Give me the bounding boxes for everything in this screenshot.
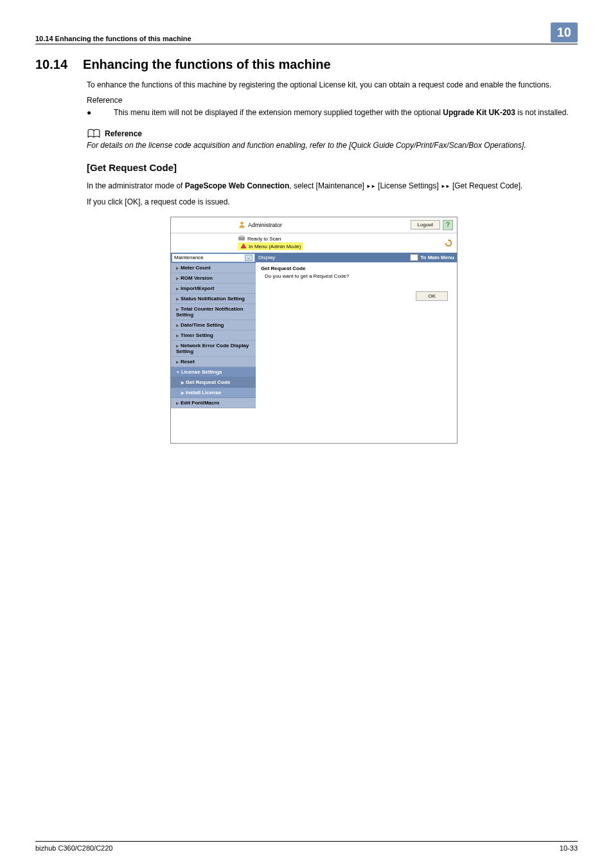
sidebar-item-reset[interactable]: ▶Reset: [171, 357, 256, 367]
sidebar-item-install[interactable]: ▶Install License: [171, 388, 256, 398]
section-heading: Enhancing the functions of this machine: [83, 57, 331, 72]
maintenance-dropdown[interactable]: Maintenance ⌄: [172, 253, 255, 262]
sidebar-item-rom[interactable]: ▶ROM Version: [171, 273, 256, 284]
bullet-item: ● This menu item will not be displayed i…: [87, 107, 578, 118]
status-in-menu: In Menu (Admin Mode): [238, 242, 303, 250]
reference-box-text: For details on the license code acquisit…: [87, 140, 578, 151]
display-button[interactable]: Display: [258, 255, 275, 260]
bullet-suffix: is not installed.: [515, 108, 569, 117]
sidebar-item-get-request[interactable]: ▶Get Request Code: [171, 377, 256, 388]
ss-sidebar: Maintenance ⌄ ▶Meter Count ▶ROM Version …: [171, 253, 256, 420]
section-intro-text: To enhance the functions of this machine…: [87, 80, 578, 91]
ss-topbar: Administrator Logout ?: [171, 217, 457, 233]
chapter-number-badge: 10: [551, 23, 578, 42]
ss-blank-area: [171, 420, 457, 443]
to-main-menu-button[interactable]: To Main Menu: [410, 254, 454, 261]
printer-icon: [238, 235, 245, 242]
chevron-down-icon: ⌄: [245, 255, 253, 261]
sidebar-item-total-counter[interactable]: ▶Total Counter Notification Setting: [171, 304, 256, 320]
reference-box-label: Reference: [105, 129, 142, 138]
sidebar-item-timer[interactable]: ▶Timer Setting: [171, 330, 256, 341]
bullet-text: This menu item will not be displayed if …: [114, 107, 569, 118]
footer-page-number: 10-33: [560, 844, 578, 852]
subsection-instruction-2: If you click [OK], a request code is iss…: [87, 197, 578, 208]
section-number: 10.14: [35, 57, 67, 72]
warning-icon: [240, 243, 247, 249]
page-header: 10.14 Enhancing the functions of this ma…: [35, 23, 578, 44]
menu-icon: [410, 254, 418, 261]
sidebar-item-edit-font[interactable]: ▶Edit Font/Macro: [171, 398, 256, 408]
svg-rect-2: [240, 235, 244, 237]
sidebar-item-datetime[interactable]: ▶Date/Time Setting: [171, 320, 256, 330]
section-title-row: 10.14 Enhancing the functions of this ma…: [35, 57, 578, 72]
refresh-icon[interactable]: [444, 239, 453, 248]
help-icon[interactable]: ?: [443, 220, 453, 230]
svg-point-0: [240, 222, 244, 225]
subsection-title: [Get Request Code]: [87, 162, 578, 173]
reference-callout: Reference For details on the license cod…: [87, 129, 578, 151]
header-left-text: 10.14 Enhancing the functions of this ma…: [35, 35, 191, 42]
status-ready: Ready to Scan: [238, 235, 303, 242]
sidebar-item-import[interactable]: ▶Import/Export: [171, 284, 256, 294]
bullet-marker: ●: [87, 107, 114, 118]
logout-button[interactable]: Logout: [411, 220, 440, 230]
footer-model: bizhub C360/C280/C220: [35, 844, 112, 852]
bullet-prefix: This menu item will not be displayed if …: [114, 108, 443, 117]
book-icon: [87, 129, 101, 139]
ss-admin-label: Administrator: [238, 221, 282, 229]
content-title: Get Request Code: [261, 266, 452, 271]
sidebar-item-neterror[interactable]: ▶Network Error Code Display Setting: [171, 341, 256, 357]
bullet-bold: Upgrade Kit UK-203: [443, 108, 515, 117]
ss-content: Display To Main Menu Get Request Code Do…: [256, 253, 457, 420]
ok-button[interactable]: OK: [416, 291, 448, 301]
page-footer: bizhub C360/C280/C220 10-33: [35, 841, 578, 852]
ss-statusbar: Ready to Scan In Menu (Admin Mode): [171, 233, 457, 253]
sidebar-item-status-notif[interactable]: ▶Status Notification Setting: [171, 294, 256, 304]
sidebar-item-meter[interactable]: ▶Meter Count: [171, 263, 256, 273]
person-icon: [238, 221, 246, 229]
reference-label: Reference: [87, 96, 578, 105]
subsection-instruction-1: In the administrator mode of PageScope W…: [87, 181, 578, 192]
embedded-screenshot: Administrator Logout ? Ready to Scan In …: [170, 217, 458, 444]
sidebar-item-license[interactable]: ▼License Settings: [171, 367, 256, 377]
content-message: Do you want to get a Request Code?: [261, 273, 452, 279]
